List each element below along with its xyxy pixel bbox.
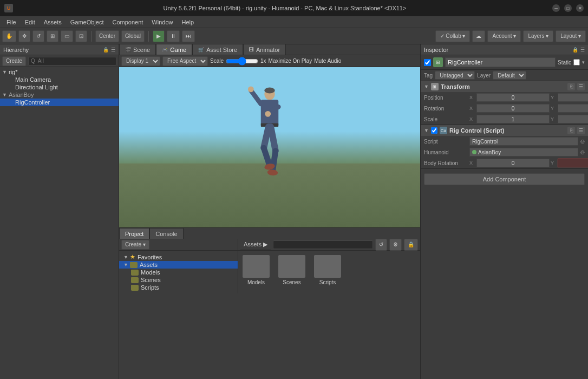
transform-header[interactable]: ▼ ⊞ Transform ⎘ ☰ bbox=[421, 81, 588, 92]
rig-control-header[interactable]: ▼ C# Rig Control (Script) ⎘ ☰ bbox=[421, 125, 588, 136]
display-select[interactable]: Display 1 bbox=[121, 56, 160, 66]
menu-help[interactable]: Help bbox=[177, 18, 198, 27]
hierarchy-item-rig-controller[interactable]: RigController bbox=[0, 99, 119, 106]
rect-tool-button[interactable]: ▭ bbox=[61, 30, 73, 42]
rotation-y-input[interactable] bbox=[558, 104, 588, 113]
project-tree-favorites[interactable]: ▼ ★ Favorites bbox=[119, 253, 238, 261]
game-tab-icon: 🎮 bbox=[162, 47, 168, 53]
asset-item-scripts[interactable]: Scripts bbox=[314, 255, 341, 285]
hierarchy-item-asian-boy[interactable]: ▼ AsianBoy bbox=[0, 91, 119, 99]
transform-copy-icon[interactable]: ⎘ bbox=[567, 83, 575, 90]
static-checkbox[interactable] bbox=[573, 59, 580, 66]
toolbar-separator-2 bbox=[148, 31, 149, 42]
hierarchy-search-input[interactable] bbox=[28, 57, 116, 66]
rig-control-arrow-icon: ▼ bbox=[424, 128, 429, 133]
object-active-checkbox[interactable] bbox=[424, 59, 431, 66]
scale-tool-button[interactable]: ⊞ bbox=[47, 30, 58, 42]
humanoid-select-icon[interactable]: ◎ bbox=[580, 149, 585, 155]
rig-control-script-row: Script RigControl ◎ bbox=[421, 136, 588, 147]
tab-animator[interactable]: 🎞 Animator bbox=[243, 44, 286, 55]
play-button[interactable]: ▶ bbox=[153, 30, 165, 42]
tab-project[interactable]: Project bbox=[119, 228, 149, 239]
rotation-label: Rotation bbox=[424, 106, 467, 112]
hierarchy-toolbar: Create bbox=[0, 55, 119, 67]
asset-item-scenes[interactable]: Scenes bbox=[278, 255, 305, 285]
body-rotation-x-input[interactable] bbox=[476, 159, 550, 167]
maximize-button[interactable]: □ bbox=[564, 4, 572, 12]
scale-y-input[interactable] bbox=[558, 115, 588, 123]
assets-search-input[interactable] bbox=[273, 240, 373, 249]
menu-file[interactable]: File bbox=[2, 18, 21, 27]
menu-assets[interactable]: Assets bbox=[40, 18, 66, 27]
position-x-input[interactable] bbox=[476, 93, 550, 102]
menu-gameobject[interactable]: GameObject bbox=[66, 18, 108, 27]
layer-select[interactable]: Default bbox=[493, 71, 526, 80]
center-button[interactable]: Center bbox=[95, 30, 119, 42]
folder-icon bbox=[130, 262, 138, 268]
collab-button[interactable]: ✓ Collab ▾ bbox=[435, 30, 471, 42]
inspector-menu-icon[interactable]: ☰ bbox=[580, 47, 585, 53]
tab-scene-label: Scene bbox=[133, 47, 150, 53]
scale-x-input[interactable] bbox=[476, 115, 550, 123]
animator-tab-icon: 🎞 bbox=[249, 47, 254, 53]
add-component-button[interactable]: Add Component bbox=[424, 173, 585, 185]
pause-button[interactable]: ⏸ bbox=[167, 30, 180, 42]
rig-control-copy-icon[interactable]: ⎘ bbox=[567, 127, 575, 134]
position-y-input[interactable] bbox=[558, 93, 588, 102]
hierarchy-create-button[interactable]: Create bbox=[2, 56, 26, 66]
layout-button[interactable]: Layout ▾ bbox=[556, 30, 586, 42]
transform-tool-button[interactable]: ⊡ bbox=[75, 30, 87, 42]
global-button[interactable]: Global bbox=[121, 30, 145, 42]
static-dropdown-icon[interactable]: ▾ bbox=[582, 60, 585, 65]
account-button[interactable]: Account ▾ bbox=[487, 30, 521, 42]
main-layout: Hierarchy 🔒 ☰ Create ▼ rig* Main Camera … bbox=[0, 44, 588, 379]
tag-select[interactable]: Untagged bbox=[435, 71, 475, 80]
menu-component[interactable]: Component bbox=[108, 18, 147, 27]
cloud-button[interactable]: ☁ bbox=[472, 30, 485, 42]
position-label: Position bbox=[424, 95, 467, 101]
project-tree-assets[interactable]: ▼ Assets bbox=[119, 261, 238, 269]
menu-edit[interactable]: Edit bbox=[21, 18, 40, 27]
tab-game[interactable]: 🎮 Game bbox=[156, 44, 192, 55]
layers-button[interactable]: Layers ▾ bbox=[523, 30, 553, 42]
project-tree-item-label: Scripts bbox=[141, 284, 159, 291]
menu-window[interactable]: Window bbox=[147, 18, 177, 27]
hierarchy-item-directional-light[interactable]: Directional Light bbox=[0, 83, 119, 91]
hand-tool-button[interactable]: ✋ bbox=[2, 30, 16, 42]
tab-scene[interactable]: 🎬 Scene bbox=[119, 44, 156, 55]
project-tree-scenes[interactable]: Scenes bbox=[119, 276, 238, 284]
assets-filter-button[interactable]: ⚙ bbox=[389, 239, 402, 251]
move-tool-button[interactable]: ✥ bbox=[18, 30, 30, 42]
object-name-input[interactable] bbox=[445, 57, 556, 67]
asset-item-models[interactable]: Models bbox=[243, 255, 270, 285]
tab-console[interactable]: Console bbox=[149, 228, 183, 239]
inspector-lock-icon[interactable]: 🔒 bbox=[572, 47, 578, 53]
svg-line-8 bbox=[264, 127, 269, 148]
inspector-panel: Inspector 🔒 ☰ ⊞ Static ▾ Tag Untagged La… bbox=[420, 44, 588, 379]
body-rotation-y-input[interactable] bbox=[558, 159, 588, 167]
rig-control-menu-icon[interactable]: ☰ bbox=[577, 127, 585, 134]
hierarchy-menu-icon[interactable]: ☰ bbox=[111, 47, 115, 53]
assets-lock-button[interactable]: 🔒 bbox=[404, 239, 418, 251]
step-button[interactable]: ⏭ bbox=[182, 30, 195, 42]
minimize-button[interactable]: ─ bbox=[552, 4, 560, 12]
transform-component: ▼ ⊞ Transform ⎘ ☰ Position X Y bbox=[421, 81, 588, 125]
project-tree-scripts[interactable]: Scripts bbox=[119, 284, 238, 291]
hierarchy-item-rig[interactable]: ▼ rig* bbox=[0, 68, 119, 76]
hierarchy-lock-icon[interactable]: 🔒 bbox=[103, 47, 109, 53]
project-create-button[interactable]: Create ▾ bbox=[121, 240, 149, 250]
rotation-x-input[interactable] bbox=[476, 104, 550, 113]
scale-slider[interactable] bbox=[226, 57, 258, 65]
rotate-tool-button[interactable]: ↺ bbox=[32, 30, 44, 42]
transform-menu-icon[interactable]: ☰ bbox=[577, 83, 585, 90]
close-button[interactable]: ✕ bbox=[576, 4, 584, 12]
script-select-icon[interactable]: ◎ bbox=[580, 139, 585, 144]
project-tree-models[interactable]: Models bbox=[119, 269, 238, 276]
svg-line-10 bbox=[271, 127, 276, 151]
assets-refresh-button[interactable]: ↺ bbox=[375, 239, 387, 251]
center-area: 🎬 Scene 🎮 Game 🛒 Asset Store 🎞 Animator … bbox=[119, 44, 420, 379]
tab-asset-store[interactable]: 🛒 Asset Store bbox=[192, 44, 243, 55]
rig-control-enabled-checkbox[interactable] bbox=[431, 127, 437, 134]
aspect-select[interactable]: Free Aspect bbox=[162, 56, 208, 66]
hierarchy-item-main-camera[interactable]: Main Camera bbox=[0, 76, 119, 83]
